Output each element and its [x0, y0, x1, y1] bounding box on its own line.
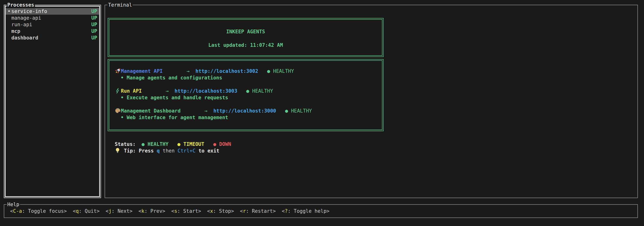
terminal-panel-title: Terminal [108, 2, 133, 8]
help-key-item: <q: Quit> [73, 208, 106, 214]
service-name: Management Dashboard [121, 108, 180, 114]
help-open-bracket: < [7, 208, 13, 214]
help-key: x [210, 208, 213, 214]
tip-segment: Tip: Press [124, 148, 157, 154]
selected-marker [8, 21, 11, 28]
service-entry: Management Dashboard → http://localhost:… [115, 108, 382, 121]
process-list: •service-infoUP manage-apiUP run-apiUP m… [4, 5, 100, 41]
status-legend-item: ● HEALTHY [136, 141, 168, 147]
process-row[interactable]: manage-apiUP [6, 15, 99, 21]
help-label: : Quit> [78, 208, 106, 214]
service-main-line: Run API → http://localhost:3003 ● HEALTH… [115, 88, 382, 94]
help-key: r [243, 208, 246, 214]
selected-marker [8, 35, 11, 41]
arrow-icon: → [142, 88, 175, 94]
process-status-badge: UP [91, 35, 97, 41]
help-open-bracket: < [282, 208, 285, 214]
process-row[interactable]: mcpUP [6, 28, 99, 35]
help-label: : Toggle focus> [22, 208, 73, 214]
tui-screen: Processes •service-infoUP manage-apiUP r… [0, 0, 644, 226]
process-row[interactable]: •service-infoUP [6, 8, 99, 15]
help-open-bracket: < [138, 208, 142, 214]
help-key: ? [285, 208, 288, 214]
help-key-item: <j: Next> [106, 208, 138, 214]
service-entry: Management API → http://localhost:3002 ●… [115, 68, 382, 81]
service-url[interactable]: http://localhost:3000 [214, 108, 276, 114]
lightning-icon [115, 88, 121, 94]
help-label: : Next> [112, 208, 138, 214]
process-status-badge: UP [91, 15, 97, 21]
spacer [121, 148, 124, 154]
service-status: ● HEALTHY [237, 88, 273, 94]
process-name: mcp [11, 28, 20, 35]
help-key: j [108, 208, 112, 214]
terminal-panel: Terminal INKEEP AGENTS Last updated: 11:… [104, 5, 638, 198]
help-keybindings: <C-a: Toggle focus> <q: Quit> <j: Next> … [4, 205, 638, 214]
help-key: k [142, 208, 144, 214]
help-label: : Toggle help> [288, 208, 330, 214]
help-key: q [76, 208, 79, 214]
process-status-badge: UP [91, 21, 97, 28]
help-key: s [174, 208, 177, 214]
tip-line: Tip: Press q then Ctrl+C to exit [115, 147, 638, 154]
status-block: Status: ● HEALTHY ● TIMEOUT ● DOWN Tip: … [115, 141, 638, 154]
banner-title: INKEEP AGENTS [109, 28, 382, 35]
service-main-line: Management Dashboard → http://localhost:… [115, 108, 382, 114]
banner-last-updated: Last updated: 11:07:42 AM [109, 42, 382, 49]
service-description: • Manage agents and configurations [115, 75, 382, 81]
help-key-item: <k: Prev> [138, 208, 171, 214]
help-key: C-a [13, 208, 22, 214]
selected-marker [8, 15, 11, 21]
status-legend: Status: ● HEALTHY ● TIMEOUT ● DOWN [115, 141, 638, 147]
process-status-badge: UP [91, 8, 97, 15]
service-name: Management API [121, 68, 163, 74]
help-panel-title: Help [6, 201, 20, 208]
help-key-item: <s: Start> [172, 208, 207, 214]
service-url[interactable]: http://localhost:3003 [175, 88, 238, 94]
process-name: service-info [11, 8, 47, 15]
help-label: : Stop> [213, 208, 240, 214]
arrow-icon: → [163, 68, 196, 74]
services-box: Management API → http://localhost:3002 ●… [108, 59, 384, 131]
service-entry: Run API → http://localhost:3003 ● HEALTH… [115, 88, 382, 101]
processes-panel: Processes •service-infoUP manage-apiUP r… [4, 5, 101, 198]
help-open-bracket: < [240, 208, 243, 214]
tip-segment: then [160, 148, 178, 154]
service-status: ● HEALTHY [276, 108, 312, 114]
processes-panel-title: Processes [6, 2, 35, 8]
process-row[interactable]: dashboardUP [6, 35, 99, 41]
service-status: ● HEALTHY [258, 68, 294, 74]
lightbulb-icon [115, 147, 121, 154]
status-legend-item: ● DOWN [204, 141, 231, 147]
process-name: dashboard [11, 35, 38, 41]
help-label: : Prev> [144, 208, 172, 214]
help-open-bracket: < [172, 208, 174, 214]
rocket-icon [115, 68, 121, 74]
banner-box: INKEEP AGENTS Last updated: 11:07:42 AM [108, 18, 384, 57]
process-name: run-api [11, 21, 32, 28]
service-url[interactable]: http://localhost:3002 [196, 68, 258, 74]
help-open-bracket: < [207, 208, 210, 214]
process-name: manage-api [11, 15, 41, 21]
help-label: : Restart> [246, 208, 282, 214]
service-main-line: Management API → http://localhost:3002 ●… [115, 68, 382, 75]
service-description: • Execute agents and handle requests [115, 94, 382, 101]
help-key-item: <C-a: Toggle focus> [7, 208, 73, 214]
help-key-item: <r: Restart> [240, 208, 282, 214]
help-panel: Help <C-a: Toggle focus> <q: Quit> <j: N… [4, 204, 638, 218]
selected-marker [8, 28, 11, 35]
help-key-item: <x: Stop> [207, 208, 240, 214]
tip-segment: Ctrl+C [178, 148, 196, 154]
status-legend-item: ● TIMEOUT [168, 141, 204, 147]
process-row[interactable]: run-apiUP [6, 21, 99, 28]
palette-icon [115, 108, 121, 114]
tip-segment: to exit [196, 148, 219, 154]
process-status-badge: UP [91, 28, 97, 35]
help-open-bracket: < [73, 208, 76, 214]
help-open-bracket: < [106, 208, 108, 214]
terminal-content: INKEEP AGENTS Last updated: 11:07:42 AM … [105, 5, 638, 154]
status-legend-label: Status: [115, 141, 136, 147]
arrow-icon: → [180, 108, 214, 114]
service-description: • Web interface for agent management [115, 114, 382, 121]
help-key-item: <?: Toggle help> [282, 208, 329, 214]
